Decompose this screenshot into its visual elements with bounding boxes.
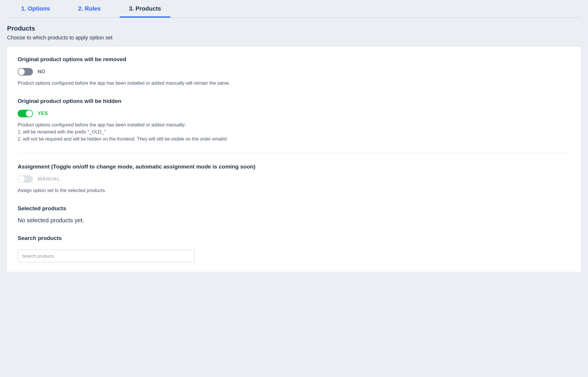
- toggle-knob-icon: [26, 110, 32, 117]
- search-products-input[interactable]: [18, 250, 194, 262]
- section-assignment: Assignment (Toggle on/off to change mode…: [18, 164, 570, 194]
- hide-options-help-line2: 2. will not be required and will be hidd…: [18, 136, 570, 143]
- tab-options[interactable]: 1. Options: [7, 0, 64, 17]
- hide-options-state: YES: [38, 111, 48, 116]
- section-remove-options: Original product options will be removed…: [18, 56, 570, 87]
- remove-options-state: NO: [38, 69, 45, 75]
- selected-products-empty: No selected products yet.: [18, 217, 570, 224]
- hide-options-toggle[interactable]: [18, 110, 33, 117]
- tab-products[interactable]: 3. Products: [115, 0, 175, 17]
- toggle-knob-icon: [18, 176, 25, 182]
- toggle-knob-icon: [18, 69, 25, 75]
- assignment-state: MANUAL: [38, 176, 60, 182]
- hide-options-help: Product options configured before the ap…: [18, 121, 570, 143]
- assignment-toggle-row: MANUAL: [18, 175, 570, 183]
- remove-options-help: Product options configured before the ap…: [18, 80, 570, 87]
- assignment-title: Assignment (Toggle on/off to change mode…: [18, 164, 570, 170]
- hide-options-title: Original product options will be hidden: [18, 98, 570, 104]
- assignment-help: Assign option set to the selected produc…: [18, 187, 570, 194]
- main-panel: Original product options will be removed…: [7, 47, 581, 272]
- tab-rules[interactable]: 2. Rules: [64, 0, 115, 17]
- hide-options-toggle-row: YES: [18, 110, 570, 117]
- section-search-products: Search products: [18, 235, 570, 262]
- remove-options-title: Original product options will be removed: [18, 56, 570, 63]
- tabs-nav: 1. Options 2. Rules 3. Products: [7, 0, 581, 18]
- hide-options-help-line1: 1. will be renamed with the prefix "_OLD…: [18, 129, 570, 136]
- page-title: Products: [7, 25, 581, 32]
- section-hide-options: Original product options will be hidden …: [18, 98, 570, 152]
- hide-options-help-intro: Product options configured before the ap…: [18, 121, 570, 129]
- section-selected-products: Selected products No selected products y…: [18, 205, 570, 224]
- assignment-toggle[interactable]: [18, 175, 33, 183]
- remove-options-toggle[interactable]: [18, 68, 33, 76]
- page-header: Products Choose to which products to app…: [7, 25, 581, 41]
- remove-options-toggle-row: NO: [18, 68, 570, 76]
- page-subtitle: Choose to which products to apply option…: [7, 35, 581, 41]
- search-products-title: Search products: [18, 235, 570, 241]
- selected-products-title: Selected products: [18, 205, 570, 212]
